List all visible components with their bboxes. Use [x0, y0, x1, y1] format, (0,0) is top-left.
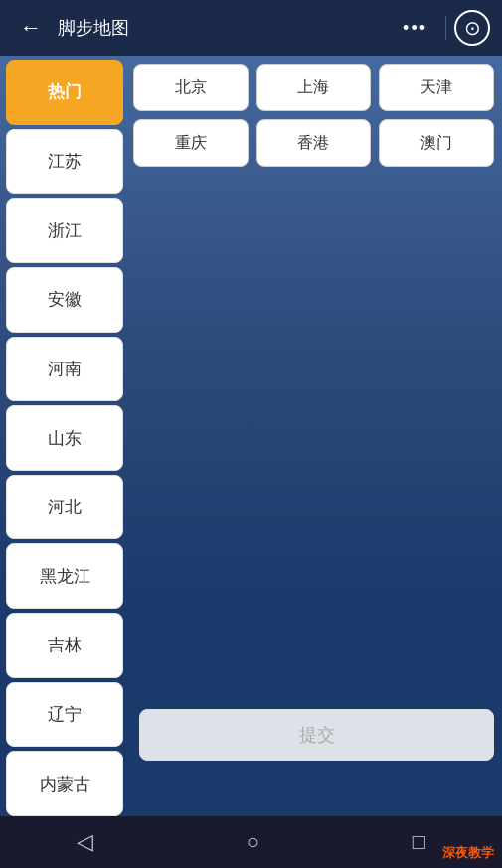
- city-shanghai[interactable]: 上海: [256, 64, 372, 111]
- city-chongqing[interactable]: 重庆: [133, 119, 249, 167]
- watermark: 深夜教学: [442, 844, 494, 862]
- sidebar-item-heilongjiang[interactable]: 黑龙江: [6, 543, 123, 609]
- submit-area: 提交: [139, 705, 494, 765]
- target-button[interactable]: ⊙: [454, 10, 490, 46]
- sidebar-item-zhejiang[interactable]: 浙江: [6, 198, 123, 263]
- submit-button[interactable]: 提交: [139, 709, 494, 761]
- sidebar-item-hot[interactable]: 热门: [6, 60, 123, 125]
- more-button[interactable]: •••: [393, 12, 437, 45]
- region-sidebar: 热门 江苏 浙江 安徽 河南 山东 河北 黑龙江 吉林 辽宁 内蒙古: [0, 56, 129, 816]
- page-title: 脚步地图: [58, 16, 393, 40]
- nav-recent-button[interactable]: □: [397, 821, 441, 863]
- top-bar: ← 脚步地图 ••• ⊙: [0, 0, 502, 56]
- back-button[interactable]: ←: [12, 7, 50, 49]
- city-tianjin[interactable]: 天津: [379, 64, 494, 111]
- bottom-navigation: ◁ ○ □ 深夜教学: [0, 816, 502, 868]
- nav-back-button[interactable]: ◁: [61, 821, 109, 863]
- divider: [445, 16, 446, 40]
- hot-cities-grid: 北京 上海 天津 重庆 香港 澳门: [133, 64, 494, 167]
- nav-home-button[interactable]: ○: [231, 821, 275, 863]
- city-hongkong[interactable]: 香港: [256, 119, 372, 167]
- sidebar-item-jiangsu[interactable]: 江苏: [6, 129, 123, 195]
- sidebar-item-hebei[interactable]: 河北: [6, 475, 123, 540]
- main-content: 热门 江苏 浙江 安徽 河南 山东 河北 黑龙江 吉林 辽宁 内蒙古 北京 上海…: [0, 56, 502, 816]
- top-right-actions: ••• ⊙: [393, 10, 490, 46]
- sidebar-item-anhui[interactable]: 安徽: [6, 267, 123, 333]
- city-macau[interactable]: 澳门: [379, 119, 494, 167]
- sidebar-item-henan[interactable]: 河南: [6, 337, 123, 402]
- sidebar-item-jilin[interactable]: 吉林: [6, 613, 123, 678]
- city-beijing[interactable]: 北京: [133, 64, 249, 111]
- right-content-area: 北京 上海 天津 重庆 香港 澳门: [129, 56, 502, 816]
- sidebar-item-shandong[interactable]: 山东: [6, 405, 123, 471]
- sidebar-item-liaoning[interactable]: 辽宁: [6, 682, 123, 748]
- sidebar-item-neimenggu[interactable]: 内蒙古: [6, 751, 123, 816]
